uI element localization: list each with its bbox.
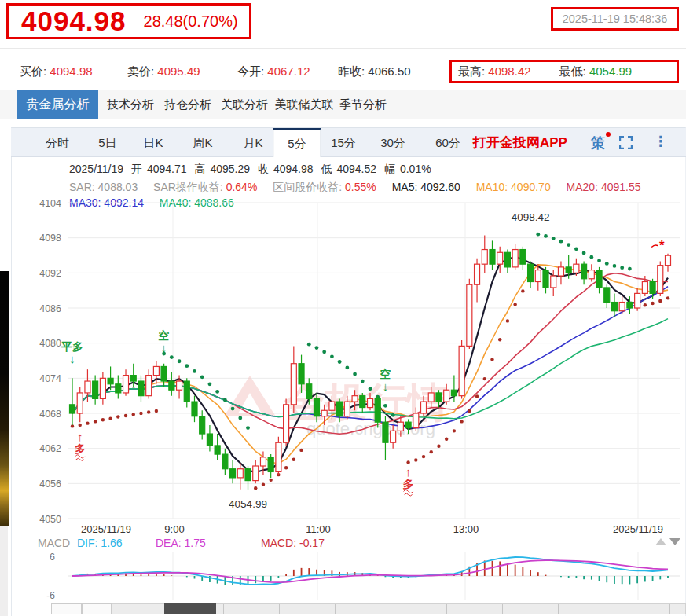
svg-text:4098.42: 4098.42 <box>512 211 550 223</box>
svg-text:4104: 4104 <box>39 198 61 209</box>
open-quote: 今开: 4067.12 <box>237 64 310 79</box>
period-item-日K[interactable]: 日K <box>143 128 163 157</box>
x-axis-label: 11:00 <box>306 523 331 535</box>
tab-4[interactable]: 美联储关联 <box>275 90 334 119</box>
x-axis-label: 9:00 <box>164 523 184 535</box>
period-item-月K[interactable]: 月K <box>243 128 262 157</box>
more-menu-icon[interactable]: ⋮ <box>654 133 668 150</box>
current-price: 4094.98 <box>21 6 127 37</box>
interval-profit: 区间股价收益: 0.55% <box>273 181 376 193</box>
period-item-5日[interactable]: 5日 <box>98 128 116 157</box>
svg-text:↑: ↑ <box>405 465 412 478</box>
indicator-line-1: SAR: 4088.03 SAR操作收益: 0.64% 区间股价收益: 0.55… <box>69 181 654 195</box>
macd-chart[interactable]: 6-6 <box>0 550 686 602</box>
x-axis-label: 2025/11/19 <box>81 523 131 535</box>
svg-text:4074: 4074 <box>39 373 61 384</box>
bid-quote: 买价: 4094.98 <box>20 64 93 79</box>
header-divider <box>0 48 686 49</box>
period-item-分时[interactable]: 分时 <box>46 128 69 157</box>
ohlc-date: 2025/11/19 <box>69 163 123 175</box>
period-item-周K[interactable]: 周K <box>193 128 212 157</box>
scroll-zoom-out-button[interactable] <box>51 603 82 614</box>
svg-text:4098: 4098 <box>39 233 61 244</box>
tab-3[interactable]: 关联分析 <box>221 90 268 119</box>
open-app-link[interactable]: 打开金投网APP <box>473 134 567 152</box>
trading-screen: 4094.98 28.48(0.70%) 2025-11-19 15:48:36… <box>0 0 686 616</box>
chart-scrollbar <box>0 603 686 615</box>
high-low-box: 最高: 4098.42 最低: 4054.99 <box>449 60 679 83</box>
ma20-value: MA20: 4091.55 <box>567 181 641 193</box>
macd-title: MACD <box>38 537 70 549</box>
svg-text:多: 多 <box>75 442 86 455</box>
period-item-15分[interactable]: 15分 <box>331 128 356 157</box>
ma5-value: MA5: 4092.60 <box>392 181 460 193</box>
sar-profit: SAR操作收益: 0.64% <box>153 181 257 193</box>
analysis-tab-bar: 贵金属分析技术分析持仓分析关联分析美联储关联季节分析 <box>0 90 686 119</box>
tab-2[interactable]: 持仓分析 <box>164 90 211 119</box>
quote-row: 买价: 4094.98 卖价: 4095.49 今开: 4067.12 昨收: … <box>0 60 686 83</box>
macd-value: MACD: -0.17 <box>261 537 325 549</box>
ohlc-high: 4095.29 <box>210 163 250 175</box>
svg-text:多: 多 <box>403 478 414 490</box>
current-price-box: 4094.98 28.48(0.70%) <box>6 3 251 39</box>
quote-timestamp: 2025-11-19 15:48:36 <box>551 7 679 31</box>
ohlc-open: 4094.71 <box>147 163 187 175</box>
x-axis-label: 2025/11/19 <box>613 523 663 535</box>
tab-5[interactable]: 季节分析 <box>339 90 387 119</box>
low-quote: 最低: 4054.99 <box>559 64 633 79</box>
svg-text:空: 空 <box>380 368 391 380</box>
indicator-up-arrow-icon[interactable] <box>655 538 666 545</box>
svg-text:4080: 4080 <box>39 338 61 349</box>
scroll-zoom-in-button[interactable] <box>82 603 112 614</box>
dif-value: DIF: 1.66 <box>77 537 123 549</box>
macd-legend: MACD DIF: 1.66 DEA: 1.75 MACD: -0.17 <box>0 537 686 551</box>
svg-text:4086: 4086 <box>39 303 61 314</box>
svg-text:4056: 4056 <box>39 478 61 490</box>
x-axis-label: 13:00 <box>453 523 479 535</box>
ma10-value: MA10: 4090.70 <box>476 181 551 193</box>
svg-text:4054.99: 4054.99 <box>229 498 267 510</box>
prev-close-quote: 昨收: 4066.50 <box>338 64 411 79</box>
indicator-down-arrow-icon[interactable] <box>669 538 680 545</box>
x-axis-labels: 2025/11/199:0011:0013:002025/11/19 <box>0 523 686 537</box>
notification-dot-icon <box>606 132 611 137</box>
high-quote: 最高: 4098.42 <box>458 64 531 79</box>
background-window-edge <box>0 271 9 526</box>
tab-1[interactable]: 技术分析 <box>107 90 154 119</box>
period-bar: 分时5日日K周K月K5分15分30分60分 打开金投网APP 策 ⋮ <box>11 128 686 157</box>
svg-text:平多: 平多 <box>61 340 83 353</box>
scrollbar-track[interactable] <box>112 603 686 614</box>
svg-text:-6: -6 <box>46 590 55 601</box>
svg-text:4068: 4068 <box>39 409 61 420</box>
period-item-30分[interactable]: 30分 <box>380 128 405 157</box>
svg-text:6: 6 <box>50 552 55 563</box>
background-window-edge-bottom <box>0 526 8 616</box>
svg-text:↓: ↓ <box>161 341 167 354</box>
sar-value: SAR: 4088.03 <box>69 181 138 193</box>
svg-text:4062: 4062 <box>39 443 61 454</box>
scrollbar-thumb[interactable] <box>164 603 216 614</box>
strategy-icon[interactable]: 策 <box>591 134 605 152</box>
svg-text:*: * <box>659 238 665 253</box>
period-item-5分[interactable]: 5分 <box>273 128 321 157</box>
ohlc-range: 0.01% <box>400 163 431 175</box>
svg-text:4092: 4092 <box>39 268 61 279</box>
ohlc-close: 4094.98 <box>273 163 314 175</box>
svg-text:↑: ↑ <box>77 430 83 443</box>
tab-precious-metal-analysis[interactable]: 贵金属分析 <box>17 90 98 119</box>
price-change: 28.48(0.70%) <box>144 13 238 31</box>
period-item-60分[interactable]: 60分 <box>435 128 460 157</box>
ohlc-low: 4094.52 <box>336 163 376 175</box>
svg-text:空: 空 <box>159 329 170 342</box>
main-candlestick-chart[interactable]: 4104409840924086408040744068406240564050… <box>0 195 686 525</box>
dea-value: DEA: 1.75 <box>156 537 206 549</box>
svg-text:↓: ↓ <box>383 380 389 393</box>
fullscreen-icon[interactable] <box>619 136 633 149</box>
ask-quote: 卖价: 4095.49 <box>127 64 200 79</box>
ohlc-info-line: 2025/11/19 开4094.71 高4095.29 收4094.98 低4… <box>69 163 436 177</box>
svg-text:↓: ↓ <box>69 352 75 365</box>
